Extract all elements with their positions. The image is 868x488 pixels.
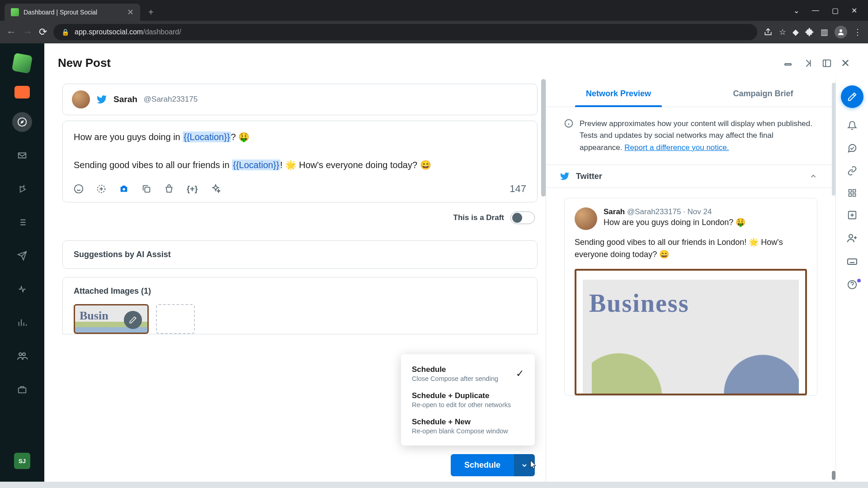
- image-thumbnail[interactable]: Busin: [74, 304, 149, 334]
- new-tab-icon[interactable]: +: [148, 7, 154, 18]
- svg-point-3: [23, 353, 25, 356]
- svg-rect-13: [853, 190, 855, 192]
- schedule-button[interactable]: Schedule: [451, 454, 514, 476]
- preview-tabs: Network Preview Campaign Brief: [546, 79, 835, 107]
- reload-icon[interactable]: ⟳: [39, 26, 47, 38]
- svg-point-2: [19, 353, 22, 356]
- add-user-icon[interactable]: [847, 233, 858, 244]
- close-window-icon[interactable]: ✕: [851, 6, 857, 15]
- twitter-icon: [560, 171, 570, 181]
- edit-thumbnail-icon[interactable]: [124, 311, 142, 329]
- location-token[interactable]: {{Location}}: [183, 131, 231, 142]
- help-icon[interactable]: [847, 280, 857, 290]
- link-icon[interactable]: [847, 166, 857, 176]
- preview-avatar-icon: [575, 207, 597, 230]
- product-tag-icon[interactable]: [164, 184, 174, 194]
- preview-name: Sarah: [604, 207, 625, 216]
- character-count: 147: [509, 183, 526, 195]
- copy-icon[interactable]: [142, 184, 151, 194]
- svg-rect-6: [823, 60, 831, 66]
- variable-icon[interactable]: {+}: [187, 184, 198, 194]
- nav-compass-icon[interactable]: [12, 112, 32, 132]
- svg-point-0: [840, 29, 842, 32]
- extension-badge-icon[interactable]: ◆: [793, 27, 799, 37]
- compose-column: Sarah @Sarah233175 How are you guys doin…: [44, 79, 546, 482]
- maximize-icon[interactable]: ▢: [832, 6, 839, 15]
- feedback-icon[interactable]: [847, 143, 857, 153]
- network-section-header[interactable]: Twitter: [546, 164, 835, 188]
- tweet-preview-card: Sarah @Sarah233175 · Nov 24 How are you …: [564, 198, 817, 396]
- nav-reports-icon[interactable]: [12, 313, 32, 333]
- preview-image: Business: [575, 269, 807, 395]
- sprout-logo-icon[interactable]: [12, 53, 33, 74]
- camera-icon[interactable]: [119, 184, 129, 194]
- menu-icon[interactable]: ⋮: [854, 27, 862, 37]
- emoji-icon[interactable]: [74, 184, 84, 194]
- add-square-icon[interactable]: [847, 210, 857, 220]
- ai-suggestions-section[interactable]: Suggestions by AI Assist: [62, 240, 538, 269]
- preview-date: Nov 24: [688, 207, 712, 216]
- right-rail: [835, 79, 868, 482]
- compose-fab-button[interactable]: [841, 85, 863, 108]
- menu-schedule[interactable]: Schedule Close Compose after sending ✓: [401, 361, 535, 387]
- close-tab-icon[interactable]: ✕: [127, 7, 134, 17]
- svg-point-17: [849, 235, 853, 238]
- profile-handle: @Sarah233175: [144, 95, 198, 104]
- address-bar[interactable]: 🔒 app.sproutsocial.com/dashboard/: [53, 24, 757, 40]
- bookmark-icon[interactable]: ☆: [779, 27, 786, 37]
- minimize-compose-icon[interactable]: [784, 60, 794, 66]
- keyboard-icon[interactable]: [847, 256, 858, 267]
- nav-inbox-icon[interactable]: [12, 145, 32, 165]
- nav-pin-icon[interactable]: [12, 179, 32, 199]
- preview-text-line1: How are you guys doing in London? 🤑: [604, 216, 745, 229]
- nav-briefcase-icon[interactable]: [12, 380, 32, 399]
- post-text-input[interactable]: How are you guys doing in {{Location}}? …: [74, 130, 526, 172]
- nav-folder-icon[interactable]: [14, 86, 30, 99]
- tab-campaign-brief[interactable]: Campaign Brief: [691, 79, 835, 107]
- nav-list-icon[interactable]: [12, 212, 32, 232]
- notifications-icon[interactable]: [847, 121, 857, 131]
- user-avatar[interactable]: SJ: [14, 453, 30, 469]
- extensions-icon[interactable]: [805, 28, 814, 37]
- expand-icon[interactable]: [803, 58, 813, 68]
- apps-icon[interactable]: [848, 188, 857, 197]
- tab-bar: Dashboard | Sprout Social ✕ +: [0, 0, 868, 21]
- svg-rect-5: [785, 64, 791, 65]
- preview-scrollbar-arrow[interactable]: [832, 471, 835, 480]
- profile-icon[interactable]: [835, 26, 847, 38]
- schedule-options-button[interactable]: [514, 454, 535, 476]
- preview-column: Network Preview Campaign Brief Preview a…: [546, 79, 835, 482]
- nav-pulse-icon[interactable]: [12, 279, 32, 299]
- draft-toggle[interactable]: [510, 211, 535, 224]
- browser-tab[interactable]: Dashboard | Sprout Social ✕: [5, 4, 140, 21]
- share-icon[interactable]: [764, 28, 773, 37]
- svg-rect-18: [848, 259, 857, 264]
- menu-schedule-duplicate[interactable]: Schedule + Duplicate Re-open to edit for…: [401, 387, 535, 413]
- tab-title: Dashboard | Sprout Social: [24, 9, 123, 16]
- add-image-button[interactable]: [156, 304, 195, 334]
- network-name: Twitter: [576, 172, 803, 181]
- draft-label: This is a Draft: [453, 213, 504, 222]
- menu-schedule-new[interactable]: Schedule + New Re-open blank Compose win…: [401, 413, 535, 439]
- back-icon[interactable]: ←: [6, 26, 16, 38]
- preview-handle: @Sarah233175: [627, 207, 681, 216]
- minimize-icon[interactable]: —: [812, 6, 819, 15]
- tab-dropdown-icon[interactable]: ⌄: [793, 6, 799, 15]
- layout-icon[interactable]: [822, 58, 832, 68]
- avatar-icon: [72, 90, 90, 108]
- target-icon[interactable]: [96, 184, 106, 194]
- tab-network-preview[interactable]: Network Preview: [546, 79, 691, 107]
- nav-send-icon[interactable]: [12, 246, 32, 266]
- close-icon[interactable]: ✕: [841, 57, 850, 70]
- scrollbar[interactable]: [541, 79, 546, 197]
- schedule-button-group: Schedule: [451, 454, 535, 476]
- lock-icon: 🔒: [61, 28, 69, 36]
- nav-people-icon[interactable]: [12, 346, 32, 366]
- ai-assist-icon[interactable]: [211, 184, 221, 194]
- sidepanel-icon[interactable]: ▥: [821, 27, 828, 37]
- report-difference-link[interactable]: Report a difference you notice.: [624, 143, 729, 152]
- svg-rect-10: [145, 187, 150, 192]
- taskbar: [0, 482, 868, 488]
- location-token[interactable]: {{Location}}: [232, 160, 280, 170]
- profile-selector[interactable]: Sarah @Sarah233175: [62, 84, 538, 115]
